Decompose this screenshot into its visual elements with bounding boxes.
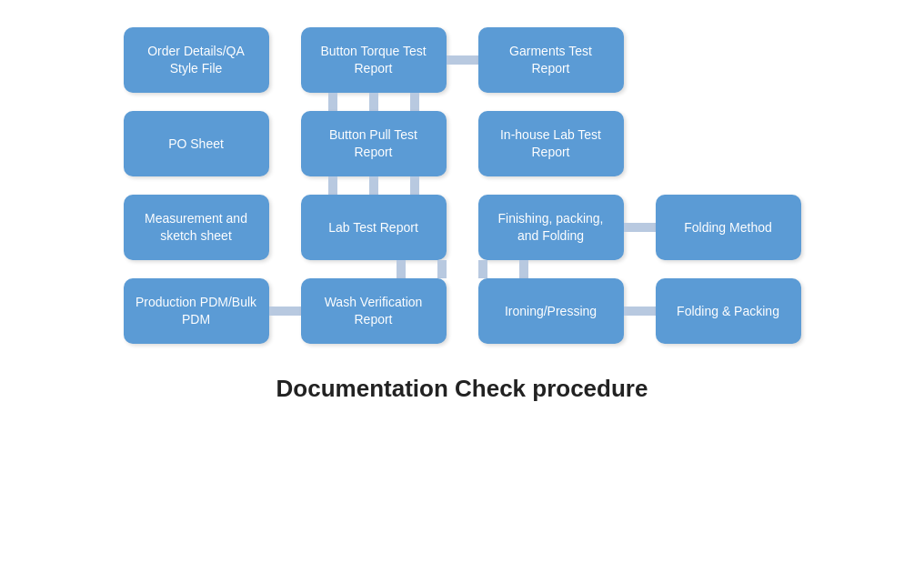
vc3 xyxy=(410,176,419,195)
garments-test-box[interactable]: Garments Test Report xyxy=(478,27,624,93)
v1 xyxy=(328,93,337,111)
col4-r4: Folding & Packing xyxy=(656,278,801,344)
vr34 xyxy=(519,260,528,278)
row-3: Measurement and sketch sheet Lab Test Re… xyxy=(16,195,908,260)
v-bar-col2-row2 xyxy=(369,176,378,195)
v-bar-col1-row3 xyxy=(397,260,406,278)
v4 xyxy=(451,93,597,111)
po-sheet-box[interactable]: PO Sheet xyxy=(124,111,269,176)
vc4 xyxy=(451,176,597,195)
folding-packing-box[interactable]: Folding & Packing xyxy=(656,278,801,344)
v-connectors-row2 xyxy=(16,176,908,195)
col4-r3: Folding Method xyxy=(656,195,801,260)
v-bar-col1-row1 xyxy=(328,93,337,111)
col1-r3: Measurement and sketch sheet xyxy=(124,195,269,260)
col1-top: Order Details/QA Style File xyxy=(124,27,269,93)
wash-verification-box[interactable]: Wash Verification Report xyxy=(301,278,447,344)
diagram-container: Order Details/QA Style File Button Torqu… xyxy=(16,18,908,353)
col1-r2: PO Sheet xyxy=(124,111,269,176)
col1-r4: Production PDM/Bulk PDM xyxy=(124,278,269,344)
vc2 xyxy=(369,176,378,195)
v-bar-col3-row1 xyxy=(410,93,419,111)
row-4: Production PDM/Bulk PDM Wash Verificatio… xyxy=(16,278,908,344)
h-connector-row4-col1-col2 xyxy=(269,307,301,316)
vr33 xyxy=(478,260,487,278)
h-connector-row4-col3-col4 xyxy=(624,307,656,316)
col3-r4: Ironing/Pressing xyxy=(478,278,624,344)
col3-r2: In-house Lab Test Report xyxy=(478,111,624,176)
v-connectors-row1 xyxy=(16,93,908,111)
v3 xyxy=(410,93,419,111)
folding-method-box[interactable]: Folding Method xyxy=(656,195,801,260)
col2-r2: Button Pull Test Report xyxy=(301,111,447,176)
col2-r3: Lab Test Report xyxy=(301,195,447,260)
button-torque-box[interactable]: Button Torque Test Report xyxy=(301,27,447,93)
vc1 xyxy=(328,176,337,195)
row-1: Order Details/QA Style File Button Torqu… xyxy=(16,27,908,93)
v-bar-col3-row2 xyxy=(410,176,419,195)
ironing-box[interactable]: Ironing/Pressing xyxy=(478,278,624,344)
order-details-box[interactable]: Order Details/QA Style File xyxy=(124,27,269,93)
col4-top xyxy=(656,27,801,93)
row-2: PO Sheet Button Pull Test Report In-hous… xyxy=(16,111,908,176)
v2 xyxy=(369,93,378,111)
production-pdm-box[interactable]: Production PDM/Bulk PDM xyxy=(124,278,269,344)
v-bar-col2-row3 xyxy=(437,260,447,278)
vr31 xyxy=(397,260,406,278)
v-bar-col1-row2 xyxy=(328,176,337,195)
h-connector-row3-col3-col4 xyxy=(624,223,656,232)
measurement-box[interactable]: Measurement and sketch sheet xyxy=(124,195,269,260)
col2-top: Button Torque Test Report xyxy=(301,27,447,93)
button-pull-box[interactable]: Button Pull Test Report xyxy=(301,111,447,176)
v-bar-col2-row1 xyxy=(369,93,378,111)
col3-top: Garments Test Report xyxy=(478,27,624,93)
lab-test-box[interactable]: Lab Test Report xyxy=(301,195,447,260)
finishing-box[interactable]: Finishing, packing, and Folding xyxy=(478,195,624,260)
v-bar-col3-row3 xyxy=(478,260,487,278)
v-bar-col4-row3 xyxy=(519,260,528,278)
v-connectors-row3 xyxy=(16,260,908,278)
vr32 xyxy=(437,260,447,278)
inhouse-lab-box[interactable]: In-house Lab Test Report xyxy=(478,111,624,176)
col2-r4: Wash Verification Report xyxy=(301,278,447,344)
col3-r3: Finishing, packing, and Folding xyxy=(478,195,624,260)
h-connector-row1-col2-col3 xyxy=(447,55,478,65)
page-title: Documentation Check procedure xyxy=(276,375,648,403)
col4-r2 xyxy=(656,111,801,176)
